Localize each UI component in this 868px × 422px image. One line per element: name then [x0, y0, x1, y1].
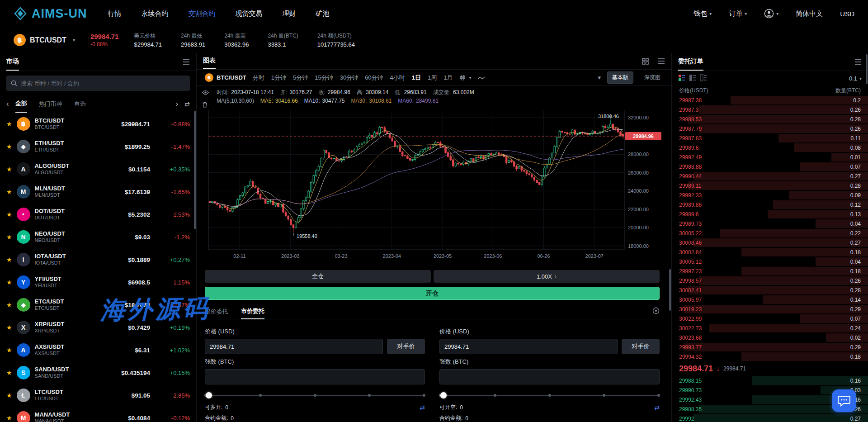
timeframe-4[interactable]: 30分钟 [340, 74, 358, 82]
favorite-star-icon[interactable]: ★ [6, 256, 12, 263]
market-row-btc-usdt[interactable]: ★฿BTC/USDTBTC/USDT$29984.71-0.88% [0, 113, 196, 135]
eye-icon[interactable] [202, 89, 209, 98]
favorite-star-icon[interactable]: ★ [6, 233, 12, 241]
margin-mode-button[interactable]: 全仓 [205, 270, 431, 283]
account-menu[interactable]: ▾ [764, 9, 778, 19]
slider-thumb[interactable] [206, 392, 212, 398]
market-row-dot-usdt[interactable]: ★•DOT/USDTDOT/USDT$5.2302-1.53% [0, 203, 196, 226]
ask-row[interactable]: 29994.320.18 [672, 352, 868, 361]
chat-button[interactable] [832, 389, 856, 412]
help-circle-icon[interactable] [652, 307, 660, 316]
timeframe-9[interactable]: 1月 [443, 74, 453, 82]
indicator-icon[interactable] [478, 75, 485, 81]
ask-row[interactable]: 30022.730.24 [672, 323, 868, 333]
chart-type-selector[interactable]: ▾ [459, 75, 472, 81]
market-tab-all[interactable]: 全部 [15, 95, 27, 113]
timeframe-3[interactable]: 15分钟 [315, 74, 333, 82]
ask-row[interactable]: 29988.880.07 [672, 162, 868, 171]
market-search[interactable] [6, 76, 190, 91]
favorite-star-icon[interactable]: ★ [6, 324, 12, 331]
orders-menu[interactable]: 订单▾ [729, 9, 747, 18]
market-tab-favorites[interactable]: 自选 [74, 95, 86, 113]
ask-row[interactable]: 30005.970.14 [672, 295, 868, 304]
favorite-star-icon[interactable]: ★ [6, 143, 12, 150]
depth-view-button[interactable]: 深度图 [640, 72, 665, 83]
order-type-tab-market[interactable]: 市价委托 [241, 304, 264, 319]
chart-dropdown-icon[interactable]: ▾ [598, 74, 601, 81]
tabs-prev-icon[interactable]: ‹ [6, 100, 9, 109]
market-row-sand-usdt[interactable]: ★SSAND/USDTSAND/USDT$0.435194+0.15% [0, 361, 196, 384]
favorite-star-icon[interactable]: ★ [6, 279, 12, 286]
ask-row[interactable]: 29987.380.2 [672, 95, 868, 105]
ob-mode-both-icon[interactable] [678, 74, 685, 83]
trash-icon[interactable] [202, 102, 209, 110]
market-row-etc-usdt[interactable]: ★◆ETC/USDTETC/USDT$18.7674-0.57% [0, 294, 196, 316]
timeframe-6[interactable]: 4小时 [390, 74, 405, 82]
ask-row[interactable]: 30002.840.18 [672, 247, 868, 257]
market-row-mana-usdt[interactable]: ★MMANA/USDTMANA/USDT$0.4084-0.12% [0, 407, 196, 422]
transfer-icon[interactable]: ⇄ [420, 404, 425, 411]
bid-row[interactable]: 299920.27 [672, 414, 868, 422]
nav-item-pool[interactable]: 矿池 [316, 9, 330, 18]
orderbook-last-price-row[interactable]: 29984.71 ↓ 29984.71 [672, 361, 868, 376]
ask-row[interactable]: 29992.330.09 [672, 190, 868, 200]
ask-row[interactable]: 30002.410.28 [672, 285, 868, 295]
long-counter-price-button[interactable]: 对手价 [387, 339, 425, 354]
market-tab-hot[interactable]: 热门币种 [39, 95, 62, 113]
short-counter-price-button[interactable]: 对手价 [622, 339, 660, 354]
ask-row[interactable]: 29989.60.13 [672, 209, 868, 219]
refresh-icon[interactable]: ⇄ [184, 100, 190, 108]
bid-row[interactable]: 29988.150.16 [672, 376, 868, 385]
wallet-menu[interactable]: 钱包▾ [693, 9, 712, 18]
timeframe-0[interactable]: 分时 [253, 74, 264, 82]
ask-row[interactable]: 29989.60.08 [672, 143, 868, 152]
ask-row[interactable]: 29997.230.18 [672, 266, 868, 276]
nav-item-earn[interactable]: 理财 [283, 9, 296, 18]
transfer-icon[interactable]: ⇄ [654, 404, 660, 411]
favorite-star-icon[interactable]: ★ [6, 188, 12, 195]
market-row-yfi-usdt[interactable]: ★YYFI/USDTYFI/USDT$6908.5-1.15% [0, 271, 196, 294]
ob-mode-asks-icon[interactable] [689, 74, 696, 83]
long-amount-slider[interactable] [206, 392, 424, 399]
basic-view-button[interactable]: 基本版 [607, 71, 633, 84]
nav-item-spot[interactable]: 现货交易 [236, 9, 263, 18]
ask-row[interactable]: 30022.990.07 [672, 314, 868, 323]
ask-row[interactable]: 29989.860.12 [672, 200, 868, 209]
ask-row[interactable]: 30023.680.02 [672, 333, 868, 342]
favorite-star-icon[interactable]: ★ [6, 414, 12, 422]
ask-row[interactable]: 29987.30.26 [672, 105, 868, 114]
ask-row[interactable]: 29989.110.28 [672, 181, 868, 190]
orderbook-menu-icon[interactable] [854, 59, 862, 65]
favorite-star-icon[interactable]: ★ [6, 346, 12, 354]
market-row-neo-usdt[interactable]: ★NNEO/USDTNEO/USDT$9.03-1.2% [0, 226, 196, 248]
currency-selector[interactable]: USD [840, 10, 854, 18]
ask-row[interactable]: 30005.220.22 [672, 228, 868, 238]
order-type-tab-limit[interactable]: 限价委托 [205, 304, 228, 319]
short-price-input[interactable] [439, 339, 618, 354]
favorite-star-icon[interactable]: ★ [6, 120, 12, 128]
long-price-input[interactable] [205, 339, 383, 354]
layout-grid-icon[interactable] [642, 58, 649, 65]
ask-row[interactable]: 29993.770.29 [672, 342, 868, 352]
ob-mode-bids-icon[interactable] [700, 74, 707, 83]
language-selector[interactable]: 简体中文 [796, 9, 823, 18]
market-row-xrp-usdt[interactable]: ★XXRP/USDTXRP/USDT$0.7429+0.19% [0, 316, 196, 339]
precision-selector[interactable]: 0.1 ▾ [849, 75, 862, 82]
ask-row[interactable]: 30005.120.04 [672, 257, 868, 266]
ask-row[interactable]: 29990.440.27 [672, 171, 868, 181]
ask-row[interactable]: 30008.460.27 [672, 238, 868, 247]
leverage-button[interactable]: 1.00X› [434, 270, 660, 283]
chart-menu-icon[interactable] [658, 58, 665, 64]
timeframe-5[interactable]: 60分钟 [365, 74, 383, 82]
search-input[interactable] [21, 80, 185, 87]
ask-row[interactable]: 29987.790.26 [672, 124, 868, 133]
market-row-axs-usdt[interactable]: ★AAXS/USDTAXS/USDT$6.31+1.02% [0, 339, 196, 361]
ask-row[interactable]: 29992.490.01 [672, 152, 868, 162]
timeframe-2[interactable]: 5分钟 [293, 74, 308, 82]
short-amount-slider[interactable] [440, 392, 659, 399]
orderbook-scrollbar[interactable] [866, 54, 868, 84]
timeframe-8[interactable]: 1周 [428, 74, 437, 82]
favorite-star-icon[interactable]: ★ [6, 211, 12, 218]
market-scrollbar[interactable] [194, 111, 196, 229]
timeframe-7[interactable]: 1日 [412, 74, 421, 82]
